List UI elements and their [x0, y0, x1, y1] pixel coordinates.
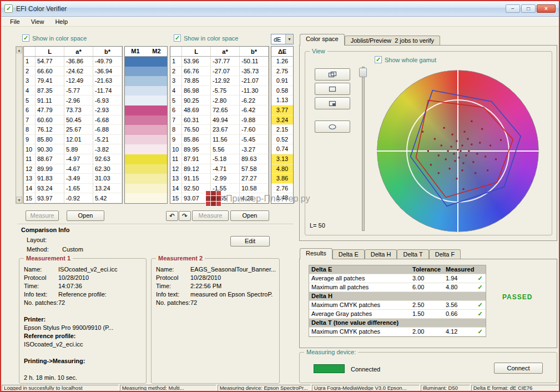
- tab-delta-e[interactable]: Delta E: [332, 249, 365, 259]
- info-line: Info text:Reference profile:: [24, 290, 144, 299]
- color-swatch-row: [125, 96, 167, 105]
- connect-button[interactable]: Connect: [494, 363, 543, 374]
- info-line: Time:14:07:36: [24, 282, 144, 290]
- check-icon: ✓: [6, 5, 11, 12]
- scroll-track[interactable]: [16, 53, 22, 197]
- table-row[interactable]: 876.5023.67-7.60: [170, 125, 269, 135]
- table-row[interactable]: 1289.99-4.6762.30: [24, 164, 122, 174]
- de-value-cell: 0.74: [271, 144, 293, 154]
- table-row[interactable]: 590.25-2.80-6.22: [170, 96, 269, 105]
- table-row[interactable]: 154.77-36.86-49.79: [24, 57, 122, 67]
- maximize-button[interactable]: □: [521, 4, 536, 13]
- tab-results[interactable]: Results: [300, 248, 332, 259]
- tab-delta-t[interactable]: Delta T: [397, 249, 428, 259]
- undo-button[interactable]: ↶: [166, 211, 178, 221]
- table-row[interactable]: 266.60-24.62-36.94: [24, 67, 122, 77]
- view-section-button[interactable]: [315, 97, 350, 109]
- measurement1-group: Measurement 1 Name:ISOcoated_v2_eci.iccP…: [19, 258, 147, 384]
- table-row[interactable]: 1391.15-2.9927.27: [170, 174, 269, 184]
- results-section-header: Delta H: [309, 292, 486, 301]
- info-line: [24, 307, 144, 315]
- tab-delta-h[interactable]: Delta H: [365, 249, 397, 259]
- measure-button-1[interactable]: Measure: [26, 210, 59, 221]
- edit-button[interactable]: Edit: [230, 236, 270, 247]
- table-row[interactable]: 1492.50-1.5510.58: [170, 184, 269, 194]
- lightness-slider[interactable]: [362, 67, 365, 231]
- open-button-1[interactable]: Open: [67, 210, 104, 221]
- tab-joblist-preview-2-jobs-to-verify[interactable]: Joblist/Preview 2 jobs to verify: [345, 36, 440, 46]
- open-button-2[interactable]: Open: [230, 210, 269, 221]
- close-button[interactable]: ×: [537, 4, 556, 13]
- de-header: ΔE: [271, 47, 293, 57]
- table-row[interactable]: 591.11-2.96-6.93: [24, 96, 122, 105]
- menu-view[interactable]: View: [26, 17, 50, 26]
- de-format-combo[interactable]: dE ▼: [271, 34, 294, 44]
- info-line: Printer:: [24, 315, 144, 324]
- table1-scrollbar[interactable]: ▲ ▼: [16, 46, 23, 204]
- table-row[interactable]: 1188.67-4.9792.63: [24, 154, 122, 164]
- table-row[interactable]: 153.96-37.77-50.11: [170, 57, 269, 67]
- table-row[interactable]: 1593.07-0.654.28: [170, 193, 269, 203]
- color-swatch-row: [125, 174, 167, 184]
- table-row[interactable]: 648.6972.65-6.42: [170, 105, 269, 115]
- measurement1-title: Measurement 1: [24, 255, 73, 262]
- swatch-header: M1M2: [125, 47, 167, 57]
- table-row[interactable]: 647.7973.73-2.93: [24, 105, 122, 115]
- table-row[interactable]: 1187.91-5.1889.63: [170, 154, 269, 164]
- device-group-title: Measuring device:: [304, 349, 358, 355]
- app-icon: ✓: [4, 4, 13, 13]
- info-line: Info text:measured on Epson SpectroP.: [156, 290, 277, 299]
- minimize-button[interactable]: −: [506, 4, 520, 13]
- lightness-slider-thumb[interactable]: [359, 68, 367, 77]
- color-swatch-row: [125, 86, 167, 96]
- table-row[interactable]: 1089.955.56-3.27: [170, 144, 269, 154]
- de-value-cell: 3.77: [271, 105, 293, 115]
- menu-file[interactable]: File: [4, 17, 26, 26]
- title-bar: ✓ EFI Color Verifier − □ ×: [1, 1, 559, 17]
- de-value-cell: 0.58: [271, 86, 293, 96]
- gamut-wheel[interactable]: [377, 70, 539, 232]
- show-in-colorspace-checkbox-1[interactable]: ✓ Show in color space: [22, 34, 87, 42]
- pass-check-icon: ✓: [475, 310, 486, 319]
- measure-button-2[interactable]: Measure: [192, 210, 229, 221]
- table-row[interactable]: 379.41-12.49-21.63: [24, 76, 122, 86]
- table-row[interactable]: 760.3149.94-9.88: [170, 115, 269, 125]
- de-value-cell: 2.76: [271, 184, 293, 194]
- show-in-colorspace-checkbox-2[interactable]: ✓ Show in color space: [174, 34, 238, 42]
- view-2d-button[interactable]: [315, 83, 350, 95]
- color-swatch-row: [125, 184, 167, 194]
- scroll-up-icon[interactable]: ▲: [16, 47, 22, 53]
- scroll-down-icon[interactable]: ▼: [16, 197, 22, 203]
- show-whole-gamut-checkbox[interactable]: ✓ Show whole gamut: [375, 56, 436, 63]
- table-row[interactable]: 378.85-12.92-21.07: [170, 76, 269, 86]
- info-line: Reference profile:: [24, 332, 144, 340]
- table-row[interactable]: 1289.12-4.7157.58: [170, 164, 269, 174]
- info-line: Time:2:22:56 PM: [156, 282, 277, 290]
- measurement2-group: Measurement 2 Name:EAGS_SeasonalTour_Ban…: [151, 258, 280, 384]
- table-row[interactable]: 1090.305.89-3.82: [24, 144, 122, 154]
- pass-check-icon: ✓: [475, 328, 486, 336]
- table-row[interactable]: 1593.97-0.925.42: [24, 193, 122, 203]
- table-row[interactable]: 876.1225.67-6.88: [24, 125, 122, 135]
- table-row[interactable]: 985.8611.56-5.45: [170, 135, 269, 145]
- table-row[interactable]: 985.8012.01-5.21: [24, 135, 122, 145]
- results-row: Maximum CMYK patches2.004.12✓: [309, 328, 486, 336]
- measurement1-info: Name:ISOcoated_v2_eci.iccProtocol10/28/2…: [24, 265, 144, 382]
- table-row[interactable]: 1493.24-1.6513.24: [24, 184, 122, 194]
- view-gamut-button[interactable]: [315, 120, 350, 133]
- tab-color-space[interactable]: Color space: [300, 34, 345, 46]
- table-row[interactable]: 1391.83-3.4931.03: [24, 174, 122, 184]
- status-segment: Logged in succesfully to localhost: [2, 385, 119, 391]
- table-row[interactable]: 760.6050.45-6.68: [24, 115, 122, 125]
- redo-button[interactable]: ↷: [179, 211, 191, 221]
- view-3d-button[interactable]: [315, 68, 350, 81]
- connection-status-indicator: [314, 364, 345, 373]
- tab-delta-f[interactable]: Delta F: [429, 249, 461, 259]
- table-row[interactable]: 486.98-5.75-11.30: [170, 86, 269, 96]
- view-section-icon: [328, 100, 337, 107]
- table-row[interactable]: 487.35-5.77-11.74: [24, 86, 122, 96]
- menu-help[interactable]: Help: [49, 17, 73, 26]
- info-line: No. patches:72: [24, 299, 144, 307]
- table-row[interactable]: 266.76-27.07-35.73: [170, 67, 269, 77]
- maximize-icon: □: [527, 6, 530, 12]
